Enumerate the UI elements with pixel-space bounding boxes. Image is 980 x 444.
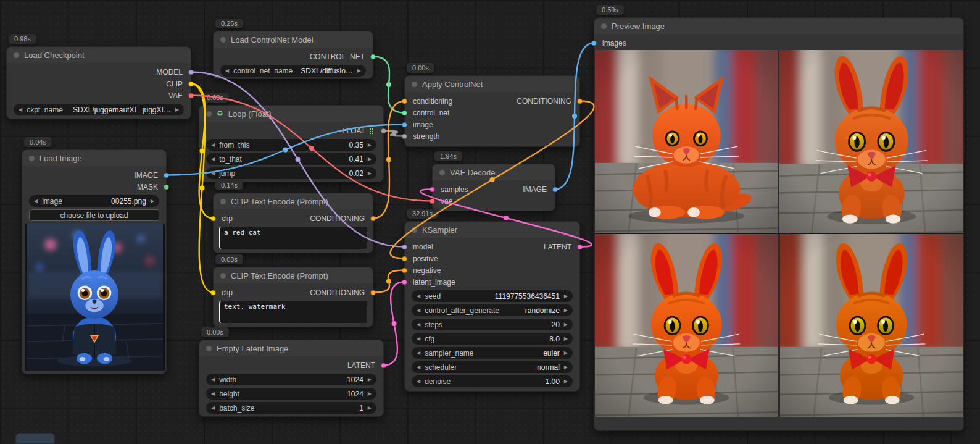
widget-denoise[interactable]: ◀ denoise 1.00 ▶ <box>412 375 573 387</box>
arrow-right-icon[interactable]: ▶ <box>564 379 568 384</box>
arrow-right-icon[interactable]: ▶ <box>564 308 568 313</box>
input-port-model[interactable] <box>402 244 407 249</box>
upload-button[interactable]: choose file to upload <box>29 209 159 221</box>
collapse-dot-icon[interactable] <box>206 111 212 117</box>
node-clip-text-encode-negative[interactable]: 0.03s CLIP Text Encode (Prompt) clip CON… <box>213 267 373 327</box>
node-apply-controlnet[interactable]: 0.00s Apply ControlNet conditioning COND… <box>404 75 580 147</box>
collapse-dot-icon[interactable] <box>220 199 226 204</box>
arrow-left-icon[interactable]: ◀ <box>417 351 420 356</box>
node-title-bar[interactable]: CLIP Text Encode (Prompt) <box>214 193 373 209</box>
arrow-right-icon[interactable]: ▶ <box>357 69 361 73</box>
arrow-left-icon[interactable]: ◀ <box>211 143 215 148</box>
arrow-left-icon[interactable]: ◀ <box>211 406 215 411</box>
widget-sampler-name[interactable]: ◀ sampler_name euler ▶ <box>412 347 573 359</box>
arrow-right-icon[interactable]: ▶ <box>564 337 568 341</box>
node-empty-latent-image[interactable]: 0.00s Empty Latent Image LATENT ◀ width … <box>199 340 384 417</box>
input-port-latent-image[interactable] <box>402 279 407 285</box>
node-load-image[interactable]: 0.04s Load Image IMAGE MASK ◀ image 0025… <box>22 149 167 374</box>
arrow-left-icon[interactable]: ◀ <box>211 377 215 382</box>
collapse-dot-icon[interactable] <box>220 273 226 279</box>
output-port-latent[interactable] <box>381 362 386 368</box>
node-title-bar[interactable]: ♻ Loop (Float) <box>199 106 383 122</box>
arrow-right-icon[interactable]: ▶ <box>564 351 568 356</box>
widget-to-that[interactable]: ◀ to_that 0.41 ▶ <box>206 153 376 165</box>
arrow-left-icon[interactable]: ◀ <box>211 171 215 176</box>
output-port-conditioning[interactable] <box>577 98 583 104</box>
input-port-conditioning[interactable] <box>402 98 407 104</box>
graph-canvas[interactable]: 0.98s Load Checkpoint MODEL CLIP VAE ◀ c… <box>0 0 980 444</box>
node-title-bar[interactable]: CLIP Text Encode (Prompt) <box>214 267 373 283</box>
arrow-left-icon[interactable]: ◀ <box>417 379 420 384</box>
node-preview-image[interactable]: 0.59s Preview Image images <box>594 17 964 431</box>
widget-steps[interactable]: ◀ steps 20 ▶ <box>412 319 573 330</box>
input-port-image[interactable] <box>402 122 407 127</box>
node-loop-float[interactable]: 0.00s ♻ Loop (Float) FLOAT ◀ from_this 0… <box>199 105 384 182</box>
widget-control-after-generate[interactable]: ◀ control_after_generate randomize ▶ <box>412 304 573 316</box>
output-port-mask[interactable] <box>164 184 169 190</box>
widget-width[interactable]: ◀ width 1024 ▶ <box>206 374 376 385</box>
arrow-left-icon[interactable]: ◀ <box>417 365 420 370</box>
node-ksampler[interactable]: 32.91s KSampler model LATENT positive ne… <box>404 221 580 392</box>
partial-node[interactable] <box>15 433 55 444</box>
collapse-dot-icon[interactable] <box>412 227 417 233</box>
input-port-clip[interactable] <box>210 290 216 295</box>
input-port-vae[interactable] <box>430 198 435 204</box>
output-port-clip[interactable] <box>188 81 194 86</box>
output-port-vae[interactable] <box>188 93 194 98</box>
arrow-right-icon[interactable]: ▶ <box>175 107 179 112</box>
input-port-control-net[interactable] <box>402 110 407 115</box>
arrow-left-icon[interactable]: ◀ <box>211 157 215 162</box>
arrow-left-icon[interactable]: ◀ <box>417 322 420 327</box>
arrow-right-icon[interactable]: ▶ <box>564 365 568 370</box>
arrow-left-icon[interactable]: ◀ <box>417 294 420 299</box>
output-port-conditioning[interactable] <box>370 290 376 295</box>
input-port-samples[interactable] <box>430 186 435 192</box>
input-port-negative[interactable] <box>402 267 407 273</box>
arrow-left-icon[interactable]: ◀ <box>417 308 420 313</box>
arrow-left-icon[interactable]: ◀ <box>34 199 38 204</box>
prompt-textarea[interactable]: text, watermark <box>219 301 367 323</box>
arrow-right-icon[interactable]: ▶ <box>368 143 372 148</box>
widget-seed[interactable]: ◀ seed 1119775536436451 ▶ <box>412 290 573 302</box>
input-port-positive[interactable] <box>402 256 407 261</box>
arrow-left-icon[interactable]: ◀ <box>211 392 215 396</box>
arrow-right-icon[interactable]: ▶ <box>368 377 372 382</box>
widget-batch-size[interactable]: ◀ batch_size 1 ▶ <box>206 402 376 414</box>
widget-jump[interactable]: ◀ jump 0.02 ▶ <box>206 167 376 179</box>
arrow-left-icon[interactable]: ◀ <box>417 337 420 341</box>
widget-ckpt-name[interactable]: ◀ ckpt_name SDXL/juggernautXL_juggXI… ▶ <box>14 104 184 115</box>
output-port-conditioning[interactable] <box>370 216 376 221</box>
node-title-bar[interactable]: Load ControlNet Model <box>214 31 373 48</box>
widget-scheduler[interactable]: ◀ scheduler normal ▶ <box>412 361 573 373</box>
widget-cfg[interactable]: ◀ cfg 8.0 ▶ <box>412 333 573 345</box>
node-title-bar[interactable]: Apply ControlNet <box>405 76 579 92</box>
arrow-right-icon[interactable]: ▶ <box>368 157 372 162</box>
widget-control-net-name[interactable]: ◀ control_net_name SDXL/diffusio… ▶ <box>220 65 366 77</box>
node-title-bar[interactable]: Load Image <box>22 150 166 166</box>
node-title-bar[interactable]: Empty Latent Image <box>199 340 383 356</box>
widget-from-this[interactable]: ◀ from_this 0.35 ▶ <box>206 139 376 151</box>
node-title-bar[interactable]: KSampler <box>405 222 579 238</box>
node-load-controlnet[interactable]: 0.25s Load ControlNet Model CONTROL_NET … <box>213 31 373 79</box>
input-port-strength[interactable] <box>402 133 407 139</box>
collapse-dot-icon[interactable] <box>206 346 212 351</box>
output-port-image[interactable] <box>164 172 169 178</box>
collapse-dot-icon[interactable] <box>220 37 226 43</box>
node-title-bar[interactable]: Preview Image <box>594 18 963 34</box>
node-clip-text-encode-positive[interactable]: 0.14s CLIP Text Encode (Prompt) clip CON… <box>213 193 373 253</box>
input-port-images[interactable] <box>591 40 597 46</box>
output-port-float[interactable] <box>381 128 386 133</box>
arrow-right-icon[interactable]: ▶ <box>564 294 568 299</box>
input-port-clip[interactable] <box>210 216 216 221</box>
output-port-control-net[interactable] <box>370 54 376 59</box>
widget-height[interactable]: ◀ height 1024 ▶ <box>206 388 376 400</box>
collapse-dot-icon[interactable] <box>601 23 607 29</box>
output-port-model[interactable] <box>188 69 194 75</box>
arrow-right-icon[interactable]: ▶ <box>368 406 372 411</box>
arrow-left-icon[interactable]: ◀ <box>225 69 229 73</box>
arrow-right-icon[interactable]: ▶ <box>368 171 372 176</box>
collapse-dot-icon[interactable] <box>29 156 35 161</box>
output-port-latent[interactable] <box>577 244 583 249</box>
prompt-textarea[interactable]: a red cat <box>219 227 367 249</box>
collapse-dot-icon[interactable] <box>439 170 445 175</box>
